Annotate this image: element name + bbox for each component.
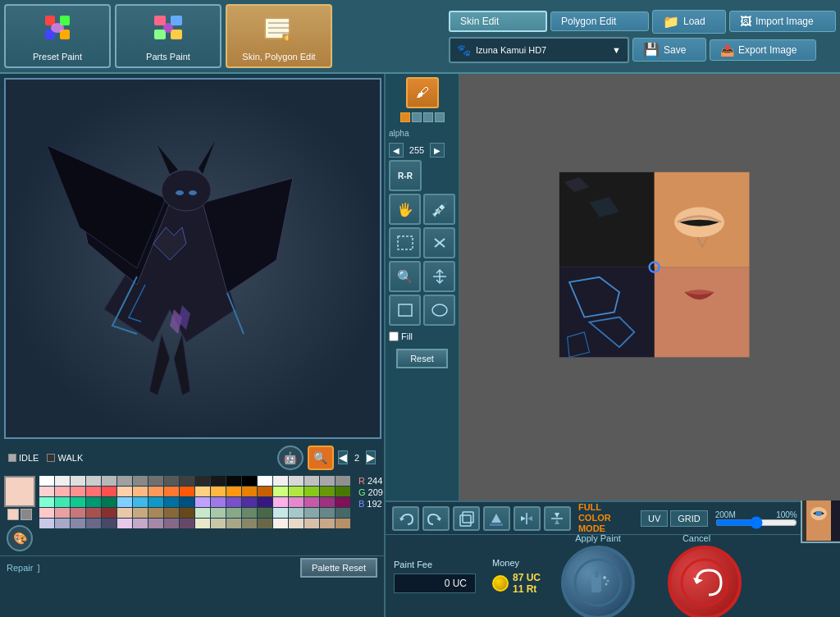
palette-color-13[interactable] xyxy=(242,476,257,486)
palette-color-25[interactable] xyxy=(117,487,132,496)
palette-color-41[interactable] xyxy=(55,497,70,507)
palette-color-16[interactable] xyxy=(289,476,304,486)
palette-color-93[interactable] xyxy=(242,519,257,528)
walk-button[interactable]: WALK xyxy=(47,453,83,463)
palette-color-97[interactable] xyxy=(304,519,319,528)
palette-color-90[interactable] xyxy=(195,519,210,528)
palette-color-22[interactable] xyxy=(71,487,85,496)
palette-color-11[interactable] xyxy=(211,476,226,486)
load-button[interactable]: 📁 Load xyxy=(652,10,726,34)
palette-color-80[interactable] xyxy=(39,519,54,528)
palette-color-86[interactable] xyxy=(133,519,148,528)
palette-color-48[interactable] xyxy=(164,497,179,507)
rect-tool[interactable] xyxy=(389,295,421,326)
selected-color-box[interactable] xyxy=(4,476,35,507)
palette-color-33[interactable] xyxy=(242,487,257,496)
selection-tool[interactable] xyxy=(389,227,421,258)
palette-color-14[interactable] xyxy=(258,476,272,486)
palette-color-83[interactable] xyxy=(86,519,101,528)
palette-color-17[interactable] xyxy=(304,476,319,486)
palette-color-19[interactable] xyxy=(336,476,350,486)
idle-button[interactable]: IDLE xyxy=(8,453,39,463)
palette-color-32[interactable] xyxy=(226,487,241,496)
color-swatch-1[interactable] xyxy=(400,112,410,122)
skin-polygon-edit-button[interactable]: Skin, Polygon Edit xyxy=(226,4,332,68)
palette-color-87[interactable] xyxy=(148,519,163,528)
palette-color-15[interactable] xyxy=(273,476,288,486)
palette-color-37[interactable] xyxy=(304,487,319,496)
palette-color-34[interactable] xyxy=(258,487,272,496)
palette-color-24[interactable] xyxy=(102,487,116,496)
palette-color-7[interactable] xyxy=(148,476,163,486)
palette-color-66[interactable] xyxy=(133,508,148,518)
apply-paint-button[interactable] xyxy=(561,546,635,618)
palette-color-81[interactable] xyxy=(55,519,70,528)
palette-color-2[interactable] xyxy=(71,476,85,486)
polygon-edit-tab[interactable]: Polygon Edit xyxy=(550,11,649,31)
redo-btn[interactable] xyxy=(422,506,450,531)
palette-color-64[interactable] xyxy=(102,508,116,518)
palette-color-6[interactable] xyxy=(133,476,148,486)
eyedropper-tool[interactable]: 💉 xyxy=(423,194,455,225)
character-dropdown[interactable]: 🐾 Izuna Kamui HD7 ▼ xyxy=(449,37,629,63)
uv-button[interactable]: UV xyxy=(641,510,668,527)
view-mode-button[interactable]: 🤖 xyxy=(277,446,304,470)
palette-color-99[interactable] xyxy=(336,519,350,528)
cancel-button[interactable] xyxy=(668,546,742,618)
palette-color-4[interactable] xyxy=(102,476,116,486)
palette-color-71[interactable] xyxy=(211,508,226,518)
palette-color-72[interactable] xyxy=(226,508,241,518)
palette-color-75[interactable] xyxy=(273,508,288,518)
color-swatch-2[interactable] xyxy=(412,112,422,122)
palette-color-28[interactable] xyxy=(164,487,179,496)
palette-color-10[interactable] xyxy=(195,476,210,486)
save-button[interactable]: 💾 Save xyxy=(632,38,706,62)
palette-color-52[interactable] xyxy=(226,497,241,507)
alpha-dec-button[interactable]: ◀ xyxy=(389,143,404,158)
palette-color-60[interactable] xyxy=(39,508,54,518)
palette-color-12[interactable] xyxy=(226,476,241,486)
palette-color-76[interactable] xyxy=(289,508,304,518)
palette-color-95[interactable] xyxy=(273,519,288,528)
palette-color-57[interactable] xyxy=(304,497,319,507)
palette-color-26[interactable] xyxy=(133,487,148,496)
palette-color-50[interactable] xyxy=(195,497,210,507)
palette-color-62[interactable] xyxy=(71,508,85,518)
alpha-inc-button[interactable]: ▶ xyxy=(430,143,445,158)
palette-color-98[interactable] xyxy=(320,519,335,528)
palette-color-65[interactable] xyxy=(117,508,132,518)
palette-color-92[interactable] xyxy=(226,519,241,528)
palette-color-46[interactable] xyxy=(133,497,148,507)
palette-color-53[interactable] xyxy=(242,497,257,507)
palette-color-27[interactable] xyxy=(148,487,163,496)
palette-color-74[interactable] xyxy=(258,508,272,518)
palette-color-89[interactable] xyxy=(180,519,194,528)
palette-color-58[interactable] xyxy=(320,497,335,507)
palette-color-61[interactable] xyxy=(55,508,70,518)
palette-color-70[interactable] xyxy=(195,508,210,518)
palette-color-1[interactable] xyxy=(55,476,70,486)
palette-color-3[interactable] xyxy=(86,476,101,486)
palette-color-68[interactable] xyxy=(164,508,179,518)
palette-color-67[interactable] xyxy=(148,508,163,518)
zoom-slider[interactable] xyxy=(715,519,797,526)
fill-checkbox[interactable] xyxy=(389,331,399,341)
ellipse-tool[interactable] xyxy=(423,295,455,326)
zoom-tool[interactable]: 🔍 xyxy=(389,261,421,292)
zoom-button[interactable]: 🔍 xyxy=(308,446,334,470)
undo-btn[interactable] xyxy=(392,506,419,531)
palette-color-0[interactable] xyxy=(39,476,54,486)
page-next-button[interactable]: ▶ xyxy=(366,450,376,464)
import-image-button[interactable]: 🖼 Import Image xyxy=(729,11,836,32)
palette-color-40[interactable] xyxy=(39,497,54,507)
palette-color-84[interactable] xyxy=(102,519,116,528)
palette-color-91[interactable] xyxy=(211,519,226,528)
paint-brush-tool[interactable]: 🖌 xyxy=(406,77,439,108)
palette-color-47[interactable] xyxy=(148,497,163,507)
palette-color-85[interactable] xyxy=(117,519,132,528)
palette-color-63[interactable] xyxy=(86,508,101,518)
canvas-area[interactable] xyxy=(459,74,840,500)
palette-color-73[interactable] xyxy=(242,508,257,518)
palette-color-8[interactable] xyxy=(164,476,179,486)
rr-tool[interactable]: R-R xyxy=(389,160,422,191)
